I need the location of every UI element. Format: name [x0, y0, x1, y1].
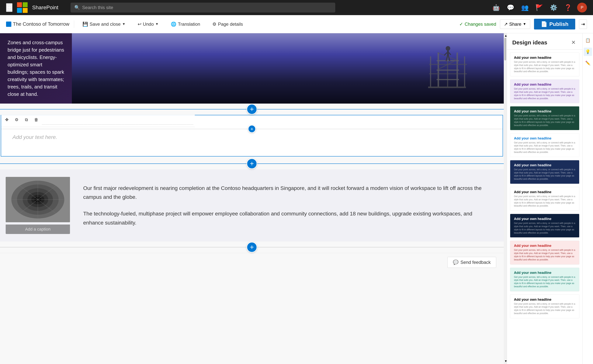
- design-card-7[interactable]: Add your own headline Get your point acr…: [510, 214, 579, 238]
- send-feedback-button[interactable]: 💬 Send feedback: [447, 257, 496, 268]
- move-tool-button[interactable]: ✥: [3, 116, 11, 124]
- scroll-thumb[interactable]: [504, 38, 506, 60]
- text-placeholder[interactable]: Add your text here.: [13, 134, 491, 140]
- dc-8-headline: Add your own headline: [514, 244, 575, 248]
- top-navigation: ⊞ SharePoint 🔍 Search this site 🤖 💬 👥 🚩 …: [0, 0, 593, 15]
- scroll-down-arrow[interactable]: ▼: [504, 359, 506, 363]
- hero-description: Zones and cross-campus bridge just for p…: [7, 39, 64, 98]
- save-icon: 💾: [82, 21, 88, 27]
- people-icon-button[interactable]: 👥: [520, 2, 530, 13]
- search-icon: 🔍: [74, 5, 80, 10]
- dc-5-subtext: Get your point across, tell a story, or …: [514, 168, 575, 181]
- ms-logo-green: [23, 2, 28, 7]
- dc-1-headline: Add your own headline: [514, 56, 575, 60]
- share-icon: ↗: [504, 21, 508, 27]
- dc-7-headline: Add your own headline: [514, 217, 575, 221]
- chat-icon-button[interactable]: 💬: [505, 2, 516, 13]
- ms-logo-red: [17, 2, 22, 7]
- spiral-svg: [6, 177, 70, 222]
- copilot-icon-button[interactable]: 🤖: [491, 2, 501, 13]
- scaffolding-svg: [400, 41, 494, 94]
- save-dropdown-icon: ▼: [122, 22, 125, 26]
- page-content-area[interactable]: Zones and cross-campus bridge just for p…: [0, 33, 504, 364]
- design-card-6[interactable]: Add your own headline Get your point acr…: [510, 187, 579, 211]
- feedback-icon: 💬: [453, 260, 459, 265]
- dc-2-headline: Add your own headline: [514, 83, 575, 87]
- bottom-image-caption[interactable]: Add a caption: [6, 225, 70, 234]
- svg-rect-17: [429, 64, 467, 65]
- dc-10-subtext: Get your point across, tell a story, or …: [514, 302, 575, 315]
- share-button[interactable]: ↗ Share ▼: [500, 20, 530, 29]
- page-scrollbar[interactable]: ▲ ▼: [504, 33, 507, 364]
- help-icon-button[interactable]: ❓: [563, 2, 573, 13]
- changes-saved-indicator: ✓ Changes saved: [459, 21, 496, 27]
- text-edit-section[interactable]: ✥ ⚙ ⧉ 🗑 + Add your text here.: [1, 115, 503, 156]
- text-edit-content[interactable]: Add your text here.: [13, 134, 491, 140]
- page-title: The Contoso of Tomorrow: [13, 21, 69, 27]
- right-sidebar: 📋 💡 ✏️: [582, 33, 593, 364]
- dc-7-subtext: Get your point across, tell a story, or …: [514, 222, 575, 234]
- collapse-icon: ⇥: [581, 21, 585, 27]
- search-bar[interactable]: 🔍 Search this site: [71, 3, 335, 13]
- svg-rect-0: [428, 87, 466, 88]
- page-details-button[interactable]: ⚙ Page details: [209, 20, 247, 29]
- add-section-button-2[interactable]: +: [247, 158, 257, 169]
- save-and-close-button[interactable]: 💾 Save and close ▼: [79, 20, 129, 29]
- design-card-2[interactable]: Add your own headline Get your point acr…: [510, 79, 579, 103]
- right-sidebar-icon-3[interactable]: ✏️: [584, 59, 592, 67]
- page-details-icon: ⚙: [212, 21, 217, 27]
- hero-image-container: Add a caption: [72, 33, 504, 104]
- hero-section: Zones and cross-campus bridge just for p…: [0, 33, 504, 104]
- design-cards-scroll-area[interactable]: Add your own headline Get your point acr…: [507, 50, 582, 364]
- send-feedback-bar: 💬 Send feedback: [0, 253, 504, 272]
- add-section-button-3[interactable]: +: [247, 242, 257, 253]
- publish-button[interactable]: 📄 Publish: [534, 19, 575, 29]
- hero-image: [72, 33, 504, 104]
- dc-6-subtext: Get your point across, tell a story, or …: [514, 195, 575, 208]
- svg-line-12: [449, 52, 451, 55]
- design-card-1[interactable]: Add your own headline Get your point acr…: [510, 52, 579, 76]
- design-card-5[interactable]: Add your own headline Get your point acr…: [510, 160, 579, 184]
- undo-dropdown-icon: ▼: [155, 22, 159, 26]
- undo-button[interactable]: ↩ Undo ▼: [134, 20, 162, 29]
- scroll-up-arrow[interactable]: ▲: [504, 34, 506, 38]
- duplicate-tool-button[interactable]: ⧉: [22, 116, 31, 124]
- bottom-text-column: Our first major redevelopment is nearing…: [76, 169, 504, 241]
- right-sidebar-icon-1[interactable]: 📋: [584, 36, 592, 45]
- delete-tool-button[interactable]: 🗑: [32, 116, 40, 124]
- translation-button[interactable]: 🌐 Translation: [167, 20, 204, 29]
- dc-10-headline: Add your own headline: [514, 298, 575, 302]
- settings-icon-button[interactable]: ⚙️: [548, 2, 559, 13]
- design-card-9[interactable]: Add your own headline Get your point acr…: [510, 268, 579, 292]
- close-design-panel-button[interactable]: ✕: [570, 39, 577, 46]
- design-card-3[interactable]: Add your own headline Get your point acr…: [510, 106, 579, 130]
- design-card-8[interactable]: Add your own headline Get your point acr…: [510, 240, 579, 264]
- svg-point-9: [446, 46, 450, 51]
- design-card-10[interactable]: Add your own headline Get your point acr…: [510, 294, 579, 318]
- undo-icon: ↩: [138, 21, 141, 27]
- right-sidebar-design-ideas-button[interactable]: 💡: [584, 48, 592, 56]
- user-avatar[interactable]: P: [577, 3, 587, 13]
- translation-icon: 🌐: [171, 21, 176, 27]
- toolbar-right-group: ✓ Changes saved ↗ Share ▼ 📄 Publish ⇥: [459, 19, 587, 29]
- dc-2-subtext: Get your point across, tell a story, or …: [514, 87, 575, 100]
- flag-icon-button[interactable]: 🚩: [534, 2, 545, 13]
- toolbar-left-group: The Contoso of Tomorrow: [6, 21, 69, 27]
- collapse-panel-button[interactable]: ⇥: [579, 20, 587, 29]
- dc-1-subtext: Get your point across, tell a story, or …: [514, 60, 575, 73]
- hero-text-block: Zones and cross-campus bridge just for p…: [0, 33, 72, 104]
- svg-rect-16: [464, 56, 465, 87]
- dc-8-subtext: Get your point across, tell a story, or …: [514, 248, 575, 261]
- design-card-4[interactable]: Add your own headline Get your point acr…: [510, 133, 579, 157]
- microsoft-logo[interactable]: [17, 2, 28, 13]
- settings-tool-button[interactable]: ⚙: [13, 116, 21, 124]
- checkmark-icon: ✓: [459, 21, 463, 27]
- add-section-button-1[interactable]: +: [247, 104, 257, 115]
- add-inner-section-button[interactable]: +: [248, 125, 256, 133]
- svg-rect-5: [437, 70, 459, 71]
- bottom-section: Add a caption Our first major redevelopm…: [0, 169, 504, 241]
- app-launcher-button[interactable]: ⊞: [6, 3, 13, 12]
- add-section-row-1: +: [0, 104, 504, 115]
- dc-9-subtext: Get your point across, tell a story, or …: [514, 276, 575, 288]
- design-ideas-panel: Design ideas ✕ Add your own headline Get…: [507, 33, 582, 364]
